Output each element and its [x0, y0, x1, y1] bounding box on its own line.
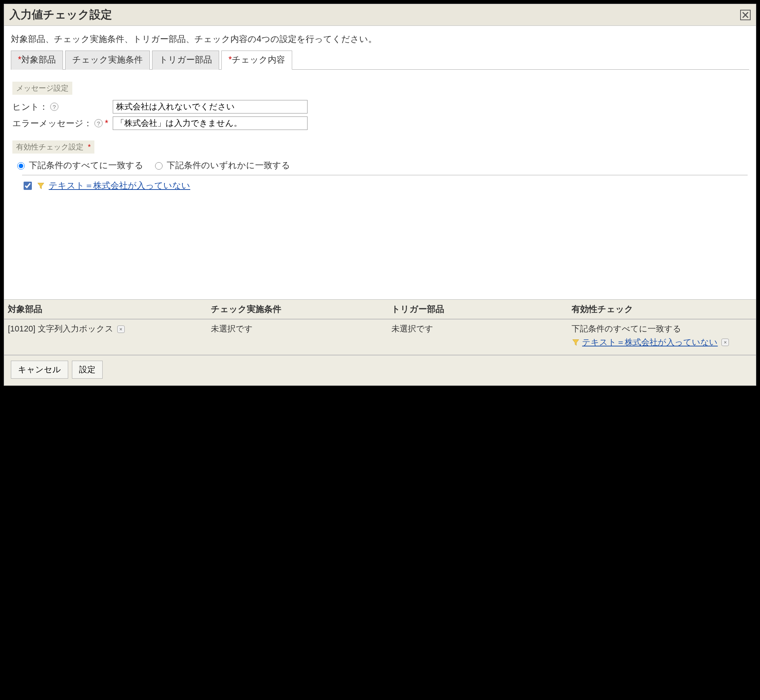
filter-icon: [572, 338, 580, 347]
summary-header-trigger: トリガー部品: [388, 300, 568, 319]
summary-trigger-cell: 未選択です: [388, 319, 568, 352]
dialog-body: 対象部品、チェック実施条件、トリガー部品、チェック内容の4つの設定を行ってくださ…: [4, 26, 756, 299]
required-mark: *: [228, 55, 232, 64]
match-mode-radios: 下記条件のすべてに一致する 下記条件のいずれかに一致する: [16, 159, 747, 171]
required-mark: *: [88, 143, 91, 151]
close-button[interactable]: [740, 10, 751, 20]
summary-header-condition: チェック実施条件: [207, 300, 388, 319]
hint-row: ヒント： ?: [13, 100, 747, 114]
summary-condition-link[interactable]: テキスト＝株式会社が入っていない: [582, 337, 718, 348]
dialog-footer: キャンセル 設定: [4, 355, 756, 385]
validity-fieldset: 有効性チェック設定 * 下記条件のすべてに一致する 下記条件のいずれかに一致する: [13, 141, 747, 191]
titlebar: 入力値チェック設定: [4, 4, 756, 26]
message-fieldset: メッセージ設定 ヒント： ? エラーメッセージ： ? *: [13, 82, 747, 133]
error-row: エラーメッセージ： ? *: [13, 117, 747, 130]
condition-checkbox[interactable]: [23, 182, 32, 190]
summary-header-validity: 有効性チェック: [568, 300, 756, 319]
summary-row: [10120] 文字列入力ボックス × 未選択です 未選択です 下記条件のすべて…: [4, 319, 756, 352]
help-icon[interactable]: ?: [50, 103, 58, 111]
condition-list: テキスト＝株式会社が入っていない: [22, 175, 747, 191]
summary-header-target: 対象部品: [4, 300, 207, 319]
dialog-title: 入力値チェック設定: [9, 7, 112, 22]
condition-link[interactable]: テキスト＝株式会社が入っていない: [49, 180, 190, 191]
summary-table: 対象部品 チェック実施条件 トリガー部品 有効性チェック [10120] 文字列…: [4, 300, 756, 352]
tab-trigger[interactable]: トリガー部品: [152, 50, 219, 70]
error-label: エラーメッセージ：: [13, 117, 92, 129]
tab-content[interactable]: *チェック内容: [221, 50, 292, 70]
radio-all[interactable]: 下記条件のすべてに一致する: [16, 159, 144, 171]
remove-condition-icon[interactable]: ×: [721, 339, 729, 346]
tab-condition[interactable]: チェック実施条件: [65, 50, 150, 70]
tab-bar: *対象部品 チェック実施条件 トリガー部品 *チェック内容: [11, 50, 749, 70]
tab-panel-content: メッセージ設定 ヒント： ? エラーメッセージ： ? *: [11, 70, 749, 299]
dialog: 入力値チェック設定 対象部品、チェック実施条件、トリガー部品、チェック内容の4つ…: [4, 4, 756, 386]
required-mark: *: [18, 55, 21, 64]
close-icon: [742, 12, 749, 18]
radio-any-input[interactable]: [155, 162, 163, 170]
filter-icon: [37, 182, 45, 190]
summary-panel: 対象部品 チェック実施条件 トリガー部品 有効性チェック [10120] 文字列…: [4, 299, 756, 385]
radio-any[interactable]: 下記条件のいずれかに一致する: [153, 159, 290, 171]
remove-target-icon[interactable]: ×: [117, 325, 125, 333]
hint-label: ヒント：: [13, 101, 48, 113]
radio-all-input[interactable]: [17, 162, 25, 170]
help-icon[interactable]: ?: [94, 119, 103, 127]
required-mark: *: [105, 118, 108, 128]
error-input[interactable]: [113, 117, 308, 130]
message-legend: メッセージ設定: [13, 82, 72, 95]
hint-input[interactable]: [113, 100, 308, 114]
intro-text: 対象部品、チェック実施条件、トリガー部品、チェック内容の4つの設定を行ってくださ…: [11, 33, 749, 45]
summary-condition-cell: 未選択です: [207, 319, 388, 352]
summary-target-cell: [10120] 文字列入力ボックス ×: [4, 319, 207, 352]
tab-target[interactable]: *対象部品: [11, 50, 63, 70]
condition-item: テキスト＝株式会社が入っていない: [22, 180, 747, 191]
summary-validity-cell: 下記条件のすべてに一致する テキスト＝株式会社が入っていない ×: [568, 319, 756, 352]
validity-legend: 有効性チェック設定 *: [13, 141, 94, 153]
cancel-button[interactable]: キャンセル: [11, 361, 68, 379]
apply-button[interactable]: 設定: [72, 361, 103, 379]
